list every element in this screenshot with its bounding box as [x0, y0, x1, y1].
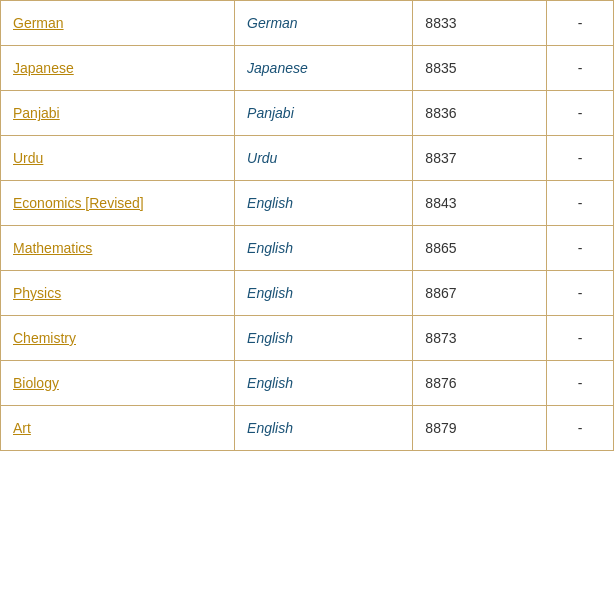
extra-cell: -: [547, 406, 614, 451]
language-cell: English: [235, 316, 413, 361]
table-row: ArtEnglish8879-: [1, 406, 614, 451]
extra-cell: -: [547, 361, 614, 406]
code-cell: 8835: [413, 46, 547, 91]
table-row: JapaneseJapanese8835-: [1, 46, 614, 91]
subject-link[interactable]: Art: [13, 420, 31, 436]
table-row: PanjabiPanjabi8836-: [1, 91, 614, 136]
table-row: GermanGerman8833-: [1, 1, 614, 46]
table-row: UrduUrdu8837-: [1, 136, 614, 181]
language-cell: Japanese: [235, 46, 413, 91]
language-cell: English: [235, 271, 413, 316]
language-cell: English: [235, 406, 413, 451]
code-cell: 8873: [413, 316, 547, 361]
subject-link[interactable]: Biology: [13, 375, 59, 391]
language-cell: English: [235, 226, 413, 271]
table-row: Economics [Revised]English8843-: [1, 181, 614, 226]
extra-cell: -: [547, 316, 614, 361]
language-cell: Urdu: [235, 136, 413, 181]
extra-cell: -: [547, 226, 614, 271]
subject-link[interactable]: Urdu: [13, 150, 43, 166]
language-cell: German: [235, 1, 413, 46]
extra-cell: -: [547, 46, 614, 91]
code-cell: 8837: [413, 136, 547, 181]
code-cell: 8879: [413, 406, 547, 451]
table-row: ChemistryEnglish8873-: [1, 316, 614, 361]
code-cell: 8843: [413, 181, 547, 226]
code-cell: 8865: [413, 226, 547, 271]
extra-cell: -: [547, 136, 614, 181]
extra-cell: -: [547, 181, 614, 226]
language-cell: English: [235, 361, 413, 406]
subject-link[interactable]: Mathematics: [13, 240, 92, 256]
language-cell: Panjabi: [235, 91, 413, 136]
code-cell: 8833: [413, 1, 547, 46]
language-cell: English: [235, 181, 413, 226]
extra-cell: -: [547, 91, 614, 136]
code-cell: 8876: [413, 361, 547, 406]
code-cell: 8867: [413, 271, 547, 316]
subject-link[interactable]: Panjabi: [13, 105, 60, 121]
code-cell: 8836: [413, 91, 547, 136]
table-row: PhysicsEnglish8867-: [1, 271, 614, 316]
subject-link[interactable]: Physics: [13, 285, 61, 301]
table-row: BiologyEnglish8876-: [1, 361, 614, 406]
subjects-table: GermanGerman8833-JapaneseJapanese8835-Pa…: [0, 0, 614, 451]
extra-cell: -: [547, 271, 614, 316]
subject-link[interactable]: Japanese: [13, 60, 74, 76]
subject-link[interactable]: Economics [Revised]: [13, 195, 144, 211]
table-row: MathematicsEnglish8865-: [1, 226, 614, 271]
extra-cell: -: [547, 1, 614, 46]
subject-link[interactable]: German: [13, 15, 64, 31]
subject-link[interactable]: Chemistry: [13, 330, 76, 346]
